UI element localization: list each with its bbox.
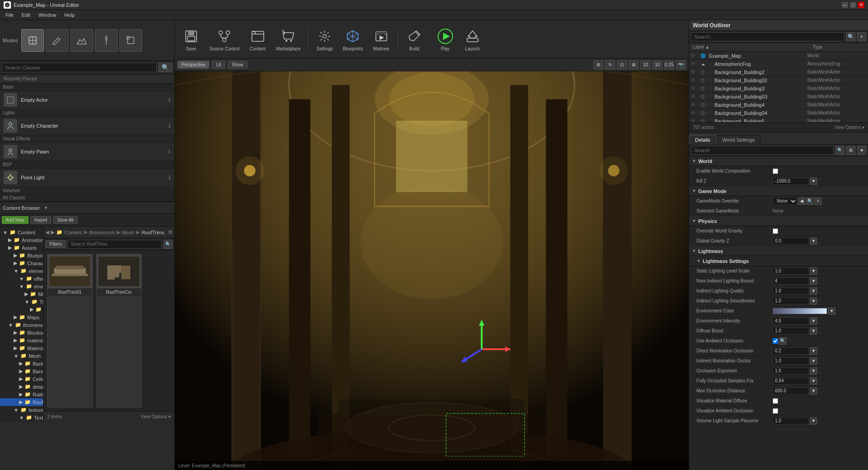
folder-misc[interactable]: ▶ 📁 Misc (0, 290, 43, 298)
menu-window[interactable]: Window (35, 11, 60, 19)
folder-backgroundbuildings[interactable]: ▶ 📁 BackgroundBuildings (0, 360, 43, 367)
wo-visibility-icon[interactable]: 👁 (691, 61, 698, 66)
section-lightmass-settings[interactable]: ▼ Lightmass Settings (689, 256, 868, 266)
visualize-ambient-checkbox[interactable] (773, 408, 778, 414)
breadcrumb-settings[interactable]: ⚙ (168, 229, 173, 235)
max-occlusion-distance-input[interactable] (773, 387, 809, 395)
folder-textures-tilingclouds[interactable]: ▶ 📁 Textures (0, 306, 43, 313)
override-gravity-checkbox[interactable] (773, 228, 778, 234)
diffuse-boost-down-btn[interactable]: ▼ (810, 327, 817, 335)
indirect-lighting-quality-down-btn[interactable]: ▼ (810, 287, 817, 295)
wo-item-atmosphericfog[interactable]: 👁 ☁ AtmosphericFog AtmosphericFog (689, 60, 868, 68)
gamemode-add-btn[interactable]: + (814, 198, 822, 205)
viewport-angle-snap[interactable]: 10 (652, 60, 662, 69)
import-button[interactable]: Import (30, 216, 51, 224)
section-lightmass[interactable]: ▼ Lightmass (689, 246, 868, 256)
section-visual-effects[interactable]: Visual Effects (0, 135, 174, 143)
breadcrumb-content[interactable]: Content (64, 230, 82, 235)
point-light-info[interactable]: ℹ (168, 174, 171, 181)
add-new-button[interactable]: Add New (2, 216, 29, 224)
details-search-btn[interactable]: 🔍 (835, 146, 844, 155)
minimize-button[interactable]: — (842, 2, 848, 8)
view-options-button[interactable]: View Options ▾ (140, 414, 171, 419)
environment-intensity-down-btn[interactable]: ▼ (810, 317, 817, 325)
place-item-empty-actor[interactable]: Empty Actor ℹ (0, 91, 174, 109)
folder-effects[interactable]: ▼ 📁 effects (0, 275, 43, 282)
indirect-lighting-smoothness-down-btn[interactable]: ▼ (810, 297, 817, 305)
breadcrumb-back[interactable]: ◀ (45, 229, 49, 235)
viewport-camera-icon[interactable]: 📷 (676, 60, 686, 69)
play-button[interactable]: Play (433, 25, 458, 53)
details-grid-btn[interactable]: ⊞ (846, 146, 855, 155)
section-volumes[interactable]: Volumes (0, 187, 174, 194)
global-gravity-down-btn[interactable]: ▼ (810, 237, 817, 245)
wo-visibility-icon[interactable]: 👁 (691, 102, 698, 107)
section-lights[interactable]: Lights (0, 109, 174, 117)
viewport-show-button[interactable]: Show (228, 61, 247, 69)
settings-button[interactable]: Settings (312, 25, 337, 53)
folder-banners-textures[interactable]: ▶ 📁 Banners (0, 421, 43, 422)
empty-pawn-info[interactable]: ℹ (168, 148, 171, 155)
section-game-mode[interactable]: ▼ Game Mode (689, 186, 868, 196)
viewport-scale-snap[interactable]: 0.25 (664, 60, 674, 69)
num-indirect-lighting-input[interactable] (773, 277, 809, 285)
gamemode-find-btn[interactable]: 🔍 (806, 198, 814, 205)
environment-color-expand-btn[interactable]: ▼ (828, 307, 835, 315)
volume-light-sample-down-btn[interactable]: ▼ (810, 417, 817, 425)
menu-help[interactable]: Help (61, 11, 79, 19)
asset-rooftrim01[interactable]: RoofTrim01 (47, 254, 93, 407)
wo-visibility-icon[interactable]: 👁 (691, 53, 698, 58)
folder-blueprints[interactable]: ▶ 📁 Blueprints (0, 252, 43, 259)
wo-visibility-icon[interactable]: 👁 (691, 119, 698, 122)
wo-item-bg3[interactable]: 👁 ⬡ Background_Building3 StaticMeshActor (689, 84, 868, 93)
save-button[interactable]: Save (178, 25, 204, 53)
visualize-material-checkbox[interactable] (773, 398, 778, 404)
details-star-btn[interactable]: ★ (857, 146, 866, 155)
kill-z-down-btn[interactable]: ▼ (810, 178, 817, 185)
wo-add-button[interactable]: + (857, 32, 866, 41)
use-ambient-occlusion-checkbox[interactable] (773, 338, 778, 344)
viewport-perspective-button[interactable]: Perspective (178, 61, 209, 69)
wo-item-bg2[interactable]: 👁 ⬡ Background_Building2 StaticMeshActor (689, 68, 868, 76)
folder-content[interactable]: ▼ 📁 Content (0, 228, 43, 236)
asset-rooftrimcrn[interactable]: RoofTrimCrn (96, 254, 142, 407)
section-physics[interactable]: ▼ Physics (689, 216, 868, 226)
menu-file[interactable]: File (2, 11, 17, 19)
folder-tilingclouds[interactable]: ▼ 📁 TilingClouds (0, 298, 43, 306)
global-gravity-input[interactable] (773, 237, 809, 245)
folder-materials[interactable]: ▶ 📁 Materials (0, 344, 43, 352)
tab-details[interactable]: Details (689, 135, 716, 144)
search-assets-button[interactable]: 🔍 (163, 240, 173, 249)
mode-place-button[interactable] (21, 29, 44, 52)
cb-title[interactable]: Content Browser (3, 205, 40, 211)
wo-item-bg03[interactable]: 👁 ⬡ Background_Building03 StaticMeshActo… (689, 93, 868, 101)
gamemode-back-btn[interactable]: ◀ (798, 198, 805, 205)
wo-item-bg04[interactable]: 👁 ⬡ Background_Building04 StaticMeshActo… (689, 109, 868, 117)
occlusion-exponent-down-btn[interactable]: ▼ (810, 367, 817, 375)
wo-search-input[interactable] (691, 32, 844, 41)
static-lighting-scale-input[interactable] (773, 267, 809, 275)
folder-mesh[interactable]: ▼ 📁 Mesh (0, 352, 43, 360)
filters-button[interactable]: Filters (45, 240, 66, 248)
breadcrumb-forward[interactable]: ▶ (51, 229, 54, 235)
max-occlusion-distance-down-btn[interactable]: ▼ (810, 387, 817, 395)
marketplace-button[interactable]: Marketplace (272, 25, 304, 53)
direct-illumination-input[interactable] (773, 347, 809, 355)
empty-actor-info[interactable]: ℹ (168, 97, 171, 103)
wo-item-examplemap[interactable]: 👁 🌐 Example_Map World (689, 52, 868, 60)
viewport-canvas[interactable]: Level: Example_Map (Persistent) (175, 71, 689, 470)
viewport-rotate-icon[interactable]: ↻ (605, 60, 615, 69)
maximize-button[interactable]: □ (850, 2, 856, 8)
search-submit-button[interactable]: 🔍 (158, 63, 173, 72)
viewport-scale-icon[interactable]: ⊡ (617, 60, 627, 69)
static-lighting-scale-down-btn[interactable]: ▼ (810, 267, 817, 275)
wo-visibility-icon[interactable]: 👁 (691, 110, 698, 115)
place-item-empty-pawn[interactable]: Empty Pawn ℹ (0, 143, 174, 161)
folder-banners[interactable]: ▶ 📁 Banners (0, 367, 43, 375)
wo-visibility-icon[interactable]: 👁 (691, 86, 698, 91)
fully-occluded-samples-input[interactable] (773, 377, 809, 385)
ambient-occlusion-extra-btn[interactable]: 🔍 (779, 337, 786, 345)
enable-world-comp-checkbox[interactable] (773, 168, 778, 174)
section-world[interactable]: ▼ World (689, 156, 868, 166)
folder-railings[interactable]: ▶ 📁 Railings (0, 391, 43, 398)
